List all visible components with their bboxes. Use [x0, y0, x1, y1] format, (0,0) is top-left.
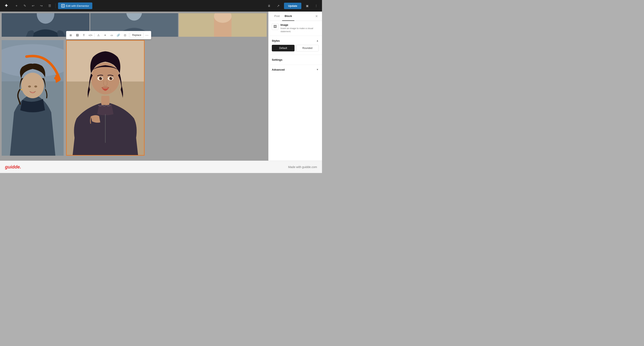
styles-section: Styles ▲ Default Rounded: [268, 36, 322, 55]
image-tool-caption[interactable]: ▭: [109, 32, 115, 38]
right-panel: Post Block ✕ 🖼 Image Insert an image to …: [268, 11, 322, 161]
image-tool-code[interactable]: </>: [87, 32, 94, 38]
settings-section: Settings: [268, 55, 322, 65]
style-buttons: Default Rounded: [272, 45, 319, 51]
tab-post[interactable]: Post: [272, 11, 282, 21]
undo-button[interactable]: ↩: [30, 2, 36, 9]
svg-point-26: [110, 77, 112, 79]
block-name: Image: [280, 23, 319, 26]
image-tool-gallery[interactable]: ⊞: [68, 32, 74, 38]
edit-elementor-button[interactable]: E Edit with Elementor: [58, 2, 92, 9]
toolbar-right: 🖥 ↗ Update ▣ ⋮: [266, 2, 320, 9]
block-description: Insert an image to make a visual stateme…: [280, 27, 319, 33]
desktop-view-button[interactable]: 🖥: [266, 2, 272, 9]
block-header: 🖼 Image Insert an image to make a visual…: [268, 21, 322, 36]
replace-label: Replace: [132, 34, 141, 36]
image-tool-link[interactable]: 🔗: [115, 32, 122, 38]
redo-button[interactable]: ↪: [38, 2, 44, 9]
settings-header: Settings: [272, 58, 319, 61]
advanced-chevron: ▼: [316, 68, 319, 71]
guidde-logo: guidde.: [5, 164, 21, 170]
block-icon: 🖼: [272, 23, 278, 30]
more-options-button[interactable]: ⋮: [313, 2, 320, 9]
image-tool-align[interactable]: ≡: [102, 32, 108, 38]
svg-point-13: [21, 89, 22, 90]
style-default-button[interactable]: Default: [272, 45, 294, 51]
svg-point-28: [111, 77, 112, 78]
made-with-text: Made with guidde.com: [288, 165, 317, 169]
svg-point-11: [28, 85, 31, 87]
svg-point-10: [21, 73, 44, 98]
sidebar-toggle-button[interactable]: ▣: [304, 2, 310, 9]
svg-point-27: [101, 77, 102, 78]
toolbar-divider-1: [55, 3, 56, 8]
panel-tabs: Post Block ✕: [268, 11, 322, 21]
svg-point-12: [34, 85, 37, 87]
main-content-area: ⊞ 🖼 ⠿ </> ⚠ ≡ ▭: [0, 11, 268, 161]
image-tool-crop[interactable]: ⊡: [122, 32, 128, 38]
image-tool-alert[interactable]: ⚠: [96, 32, 102, 38]
image-more-button[interactable]: ⋯: [144, 32, 150, 38]
svg-rect-19: [101, 96, 110, 105]
style-rounded-button[interactable]: Rounded: [296, 45, 319, 51]
svg-point-9: [2, 44, 64, 77]
update-label: Update: [288, 4, 297, 7]
top-image-3[interactable]: [179, 13, 267, 37]
right-image-container: ⊞ 🖼 ⠿ </> ⚠ ≡ ▭: [66, 40, 144, 156]
block-info: Image Insert an image to make a visual s…: [280, 23, 319, 33]
edit-elementor-label: Edit with Elementor: [66, 4, 89, 7]
advanced-section: Advanced ▼: [268, 65, 322, 74]
advanced-header[interactable]: Advanced ▼: [272, 68, 319, 71]
add-button[interactable]: +: [13, 2, 20, 9]
list-button[interactable]: ☰: [46, 2, 53, 9]
replace-button[interactable]: Replace: [130, 32, 144, 38]
image-toolbar: ⊞ 🖼 ⠿ </> ⚠ ≡ ▭: [66, 31, 151, 39]
app-logo: ✦: [2, 2, 10, 9]
left-image-container[interactable]: [2, 40, 64, 156]
image-tool-grid[interactable]: ⠿: [81, 32, 87, 38]
selected-image[interactable]: [66, 40, 144, 156]
external-link-button[interactable]: ↗: [275, 2, 282, 9]
styles-header: Styles ▲: [272, 39, 319, 42]
panel-close-button[interactable]: ✕: [314, 13, 319, 19]
bottom-content: ⊞ 🖼 ⠿ </> ⚠ ≡ ▭: [0, 38, 268, 156]
pencil-button[interactable]: ✎: [22, 2, 28, 9]
tab-block[interactable]: Block: [282, 11, 294, 21]
svg-point-25: [100, 77, 102, 79]
update-button[interactable]: Update: [284, 3, 301, 9]
styles-chevron[interactable]: ▲: [316, 39, 319, 42]
bottom-bar: guidde. Made with guidde.com: [0, 161, 322, 173]
top-toolbar: ✦ + ✎ ↩ ↪ ☰ E Edit with Elementor 🖥 ↗ Up…: [0, 0, 322, 11]
image-tool-image[interactable]: 🖼: [74, 32, 80, 38]
